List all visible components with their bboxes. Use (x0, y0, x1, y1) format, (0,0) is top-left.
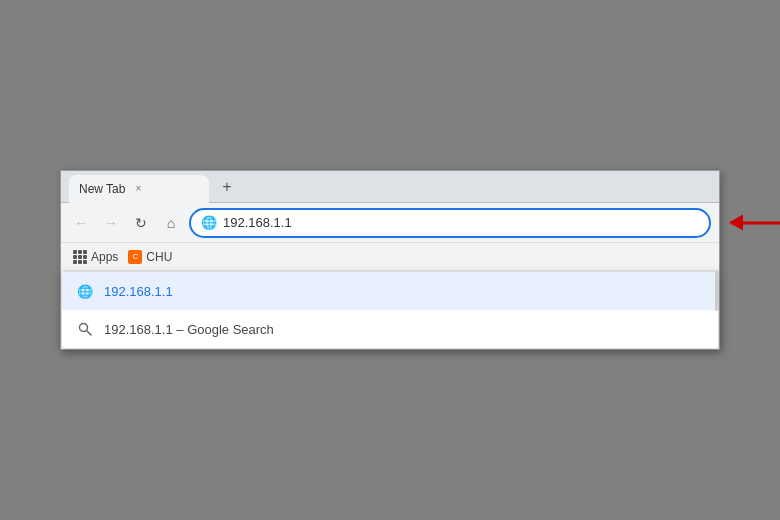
new-tab-button[interactable]: + (215, 175, 239, 199)
nav-bar: ← → ↻ ⌂ 🌐 192.168.1.1 (61, 203, 719, 243)
autocomplete-dropdown-wrapper: 🌐 192.168.1.1 192.168.1.1 – Google Searc… (61, 271, 719, 349)
tab-close-button[interactable]: × (133, 181, 143, 196)
address-bar-wrapper: 🌐 192.168.1.1 (189, 208, 711, 238)
address-input[interactable]: 192.168.1.1 (223, 215, 699, 230)
arrow-line (731, 221, 780, 224)
address-bar[interactable]: 🌐 192.168.1.1 (189, 208, 711, 238)
tab-title: New Tab (79, 182, 125, 196)
back-button[interactable]: ← (69, 211, 93, 235)
annotation-arrow (731, 221, 780, 224)
dropdown-scrollbar (715, 271, 719, 311)
autocomplete-dropdown: 🌐 192.168.1.1 192.168.1.1 – Google Searc… (61, 271, 719, 349)
dropdown-item-1[interactable]: 🌐 192.168.1.1 (62, 272, 718, 310)
bookmark-favicon-1: C (128, 250, 142, 264)
apps-bookmark[interactable]: Apps (73, 250, 118, 264)
globe-suggestion-icon: 🌐 (76, 282, 94, 300)
browser-window: New Tab × + ← → ↻ ⌂ 🌐 192.168.1.1 (60, 170, 720, 350)
dropdown-item-2[interactable]: 192.168.1.1 – Google Search (62, 310, 718, 348)
apps-grid-icon (73, 250, 87, 264)
bookmarks-bar: Apps C CHU (61, 243, 719, 271)
browser-tab[interactable]: New Tab × (69, 175, 209, 203)
forward-button[interactable]: → (99, 211, 123, 235)
bookmark-item-1[interactable]: C CHU (128, 250, 172, 264)
apps-label: Apps (91, 250, 118, 264)
dropdown-item-1-text: 192.168.1.1 (104, 284, 173, 299)
home-button[interactable]: ⌂ (159, 211, 183, 235)
bookmark-label-1: CHU (146, 250, 172, 264)
reload-button[interactable]: ↻ (129, 211, 153, 235)
dropdown-item-2-text: 192.168.1.1 – Google Search (104, 322, 274, 337)
globe-icon: 🌐 (201, 215, 217, 230)
tab-bar: New Tab × + (61, 171, 719, 203)
svg-line-1 (87, 331, 92, 336)
search-suggestion-icon (76, 320, 94, 338)
